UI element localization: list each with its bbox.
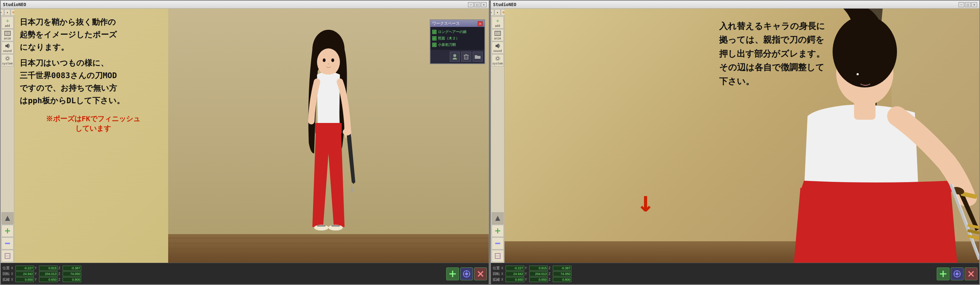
minimize-btn-1[interactable]: — — [468, 2, 474, 7]
bottom-add-btn-1[interactable] — [446, 267, 459, 280]
maximize-btn-1[interactable]: □ — [474, 2, 480, 7]
scale-y-1[interactable] — [39, 277, 57, 282]
main-area-2: ≡ ⚒ ✥ 🎨 ▶ ＋ add — [491, 9, 979, 263]
svg-point-33 — [465, 272, 468, 275]
rot-x-1[interactable] — [15, 271, 34, 276]
bottom-target-btn-1[interactable] — [460, 267, 473, 280]
pos-z-1[interactable] — [63, 266, 81, 271]
sidebar-system-1[interactable]: system — [2, 54, 14, 66]
rot-x-2[interactable] — [506, 271, 524, 276]
pos-x-2[interactable] — [506, 266, 524, 271]
sidebar-add-label-1: add — [5, 24, 10, 27]
workspace-close-btn-1[interactable]: ✕ — [478, 21, 483, 26]
svg-marker-47 — [495, 216, 500, 221]
window-2: StudioNEO — □ ✕ ≡ ⚒ ✥ 🎨 — [490, 0, 980, 285]
sidebar-sound-label-2: sound — [493, 50, 502, 53]
sidebar-2: ≡ ⚒ ✥ 🎨 ▶ ＋ add — [491, 9, 504, 263]
floor-1 — [168, 234, 489, 263]
sidebar-sound-label-1: sound — [3, 50, 11, 53]
svg-point-45 — [496, 58, 499, 60]
scale-row-1: 拡縮 X Y Z — [3, 277, 81, 282]
close-btn-2[interactable]: ✕ — [971, 2, 977, 7]
toolbar-work-2[interactable]: ⚒ — [491, 9, 494, 15]
sidebar-nav-2[interactable] — [492, 212, 504, 224]
titlebar-2: StudioNEO — □ ✕ — [491, 1, 979, 9]
toolbar-move-1[interactable]: ✥ — [4, 9, 10, 15]
sidebar-frame-2[interactable] — [492, 250, 504, 262]
rot-z-2[interactable] — [553, 271, 571, 276]
rot-label-1: 回転 — [3, 271, 10, 276]
content-area-2: 入れ替えるキャラの身長に 拠っては、親指で刀の鍔を 押し出す部分がズレます。 そ… — [504, 9, 979, 263]
check-icon-0: ✓ — [432, 30, 436, 34]
text-line-2-3: 押し出す部分がズレます。 — [719, 47, 972, 61]
sidebar-add-2[interactable]: ＋ add — [492, 16, 504, 29]
ws-trash-icon[interactable] — [461, 51, 471, 62]
scale-x-1[interactable] — [15, 277, 34, 282]
scale-label-1: 拡縮 — [3, 277, 10, 282]
sidebar-system-2[interactable]: system — [492, 54, 504, 66]
sidebar-system-label-1: system — [2, 62, 13, 65]
svg-rect-25 — [465, 55, 468, 59]
svg-rect-22 — [317, 225, 326, 227]
rot-y-2[interactable] — [529, 271, 548, 276]
workspace-title-1: ワークスペース — [432, 21, 460, 26]
pos-z-2[interactable] — [553, 266, 571, 271]
text-line-2-2: 拠っては、親指で刀の鍔を — [719, 33, 972, 46]
sidebar-plus-2[interactable] — [492, 225, 504, 237]
sidebar-anim-1[interactable]: anim — [2, 29, 14, 41]
sidebar-sound-2[interactable]: sound — [492, 42, 504, 54]
bottom-x-btn-2[interactable] — [965, 267, 977, 280]
scale-y-2[interactable] — [529, 277, 548, 282]
workspace-item-0[interactable]: ✓ ロングヘアーの娘 — [432, 29, 483, 35]
svg-point-14 — [317, 48, 340, 76]
ws-char-icon[interactable] — [450, 51, 460, 62]
rot-label-2: 回転 — [493, 271, 501, 276]
pos-y-1[interactable] — [39, 266, 57, 271]
rot-z-1[interactable] — [63, 271, 81, 276]
pos-x-1[interactable] — [15, 266, 34, 271]
titlebar-buttons-1: — □ ✕ — [468, 2, 487, 7]
sidebar-plus-1[interactable] — [2, 225, 14, 237]
char-area-1: ワークスペース ✕ ✓ ロングヘアーの娘 ✓ 照面（木２） ✓ — [168, 9, 489, 263]
add-icon-1: ＋ — [4, 18, 11, 24]
sidebar-add-1[interactable]: ＋ add — [2, 16, 14, 29]
scale-z-2[interactable] — [553, 277, 571, 282]
scale-z-1[interactable] — [63, 277, 81, 282]
bottom-icons-1 — [446, 267, 487, 280]
workspace-item-label-2: 小泉初刀鞘 — [438, 42, 456, 47]
sidebar-frame-1[interactable] — [2, 250, 14, 262]
close-btn-1[interactable]: ✕ — [481, 2, 487, 7]
bottom-target-btn-2[interactable] — [951, 267, 964, 280]
workspace-item-2[interactable]: ✓ 小泉初刀鞘 — [432, 42, 483, 48]
sidebar-minus-2[interactable] — [492, 237, 504, 250]
sidebar-anim-2[interactable]: anim — [492, 29, 504, 41]
main-text-block-1: 日本刀を鞘から抜く動作の 起勢をイメージしたポーズ になります。 日本刀はいつも… — [20, 16, 166, 107]
check-icon-1: ✓ — [432, 36, 436, 40]
sidebar-minus-1[interactable] — [2, 237, 14, 250]
ws-folder-icon[interactable] — [473, 51, 483, 62]
toolbar-work-1[interactable]: ⚒ — [1, 9, 4, 15]
sidebar-nav-1[interactable] — [2, 212, 14, 224]
sidebar-anim-label-1: anim — [4, 37, 11, 40]
bottom-x-btn-1[interactable] — [474, 267, 487, 280]
bottom-add-btn-2[interactable] — [937, 267, 950, 280]
workspace-item-1[interactable]: ✓ 照面（木２） — [432, 35, 483, 42]
sub-text-1: ※ポーズはFKでフィニッシュ しています — [20, 114, 166, 133]
svg-point-16 — [331, 58, 334, 62]
text-line-1-5: 三千世界0083さんの刀MOD — [20, 69, 166, 82]
svg-rect-50 — [495, 243, 500, 244]
sidebar-sound-1[interactable]: sound — [2, 42, 14, 54]
sidebar-add-label-2: add — [495, 24, 500, 27]
minimize-btn-2[interactable]: — — [959, 2, 964, 7]
svg-point-24 — [453, 54, 456, 57]
titlebar-1: StudioNEO — □ ✕ — [1, 1, 489, 9]
text-line-1-2: 起勢をイメージしたポーズ — [20, 28, 166, 41]
svg-rect-23 — [331, 225, 340, 227]
toolbar-move-2[interactable]: ✥ — [495, 9, 501, 15]
rot-y-1[interactable] — [39, 271, 57, 276]
maximize-btn-2[interactable]: □ — [965, 2, 971, 7]
svg-rect-18 — [315, 123, 342, 134]
scale-x-2[interactable] — [506, 277, 524, 282]
pos-row-2: 位置 X Y Z — [493, 266, 571, 271]
pos-y-2[interactable] — [529, 266, 548, 271]
